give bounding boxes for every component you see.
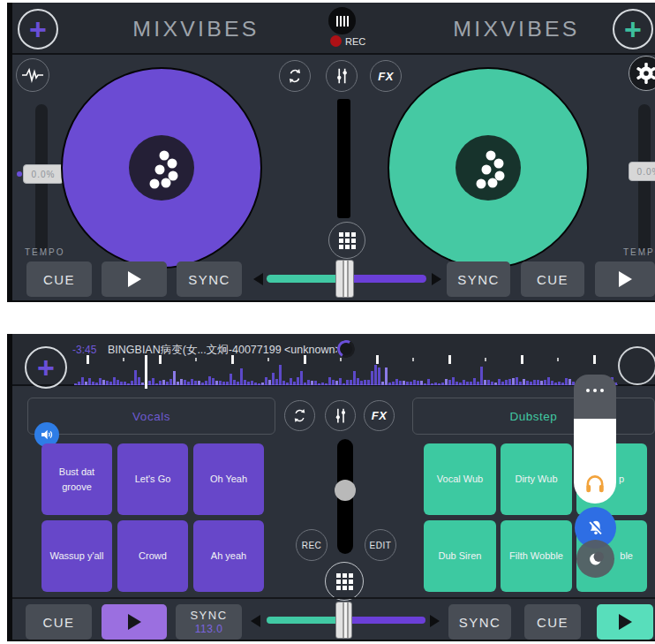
app-title-left: MIXVIBES bbox=[105, 18, 286, 42]
cue-button-sampler-left[interactable]: CUE bbox=[26, 604, 92, 640]
tempo-zero-dot-left bbox=[17, 171, 22, 177]
waveform-display[interactable] bbox=[74, 353, 618, 385]
bank-selector-left[interactable]: Vocals bbox=[27, 398, 275, 435]
overlay-panel[interactable] bbox=[574, 419, 616, 504]
sample-pad[interactable]: Let's Go bbox=[117, 443, 188, 515]
tempo-value-right: 0.0% bbox=[637, 167, 655, 177]
loop-icon bbox=[285, 66, 305, 86]
sample-pad[interactable]: Wassup y'all bbox=[41, 520, 112, 592]
rec-button[interactable]: REC bbox=[296, 529, 328, 561]
fx-label-top: FX bbox=[378, 70, 394, 83]
deck-platter-left[interactable] bbox=[61, 67, 262, 269]
pad-label: Bust dat groove bbox=[45, 465, 109, 494]
bank-name-right: Dubstep bbox=[510, 410, 558, 423]
cue-button-sampler-right[interactable]: CUE bbox=[524, 604, 581, 640]
play-icon bbox=[619, 271, 632, 287]
play-button-deck-left[interactable] bbox=[102, 261, 167, 297]
pad-label: Dirty Wub bbox=[515, 472, 557, 487]
sync-button-deck-right[interactable]: SYNC bbox=[447, 261, 510, 297]
sample-pad[interactable]: Vocal Wub bbox=[424, 443, 496, 515]
app-title-right: MIXVIBES bbox=[425, 18, 606, 42]
waveform-toggle-button[interactable] bbox=[16, 58, 49, 92]
transport-divider bbox=[12, 597, 655, 599]
pad-view-button-sampler[interactable] bbox=[325, 562, 364, 601]
overlay-more-handle[interactable] bbox=[574, 375, 616, 419]
sample-pad[interactable]: Dirty Wub bbox=[501, 443, 572, 515]
play-button-sampler-right[interactable] bbox=[597, 604, 653, 640]
tempo-handle-left[interactable]: 0.0% bbox=[23, 164, 64, 184]
bpm-value: 113.0 bbox=[195, 623, 223, 635]
sample-pad[interactable]: Dub Siren bbox=[424, 520, 496, 592]
grid-icon bbox=[336, 573, 353, 590]
platter-hub-right bbox=[455, 135, 521, 201]
deck-platter-right[interactable] bbox=[388, 67, 589, 269]
mixer-button-sampler[interactable] bbox=[325, 400, 356, 431]
edit-button[interactable]: EDIT bbox=[365, 529, 396, 561]
bank-name-left: Vocals bbox=[132, 410, 170, 423]
sync-button-sampler-right[interactable]: SYNC bbox=[448, 604, 511, 640]
bank-selector-right[interactable]: Dubstep bbox=[412, 398, 655, 435]
sample-pad[interactable]: Ah yeah bbox=[193, 520, 264, 592]
settings-button[interactable] bbox=[629, 56, 655, 91]
pad-label: ble bbox=[620, 549, 633, 564]
sample-pad[interactable]: Crowd bbox=[117, 520, 188, 592]
play-icon bbox=[619, 614, 632, 630]
rec-label: REC bbox=[345, 36, 365, 47]
pad-view-button-top[interactable] bbox=[328, 222, 365, 259]
bell-slash-icon bbox=[586, 519, 606, 538]
ellipsis-icon bbox=[586, 389, 604, 419]
fx-label-sampler: FX bbox=[372, 409, 388, 422]
play-icon bbox=[128, 614, 141, 630]
sync-label: SYNC bbox=[190, 609, 227, 623]
fx-button-sampler[interactable]: FX bbox=[364, 400, 395, 431]
volume-slider-top[interactable] bbox=[337, 99, 350, 218]
sample-pad[interactable]: Oh Yeah bbox=[193, 443, 264, 515]
sliders-icon bbox=[332, 66, 351, 86]
play-button-sampler-left[interactable] bbox=[102, 604, 167, 640]
pad-label: Oh Yeah bbox=[210, 472, 247, 487]
play-icon bbox=[128, 271, 141, 287]
fx-button-top[interactable]: FX bbox=[370, 60, 402, 92]
cue-button-deck-right[interactable]: CUE bbox=[521, 261, 584, 297]
cue-button-deck-left[interactable]: CUE bbox=[26, 261, 92, 297]
play-button-deck-right[interactable] bbox=[595, 261, 655, 297]
sliders-icon bbox=[331, 406, 350, 425]
record-indicator[interactable] bbox=[330, 35, 342, 47]
add-track-button-right[interactable]: + bbox=[613, 9, 653, 49]
tempo-handle-right[interactable]: 0.0% bbox=[629, 162, 655, 181]
pad-label: Crowd bbox=[139, 549, 167, 564]
mixvibes-dots-logo bbox=[455, 135, 521, 201]
mixvibes-dots-logo bbox=[129, 135, 194, 201]
plus-icon: + bbox=[37, 352, 55, 383]
loop-button-top[interactable] bbox=[279, 60, 311, 92]
mixer-button-top[interactable] bbox=[326, 60, 358, 92]
crossfader-arrow-right bbox=[432, 273, 441, 285]
sampler-panel: + -3:45 BINGBIAN病变(女...文炯-40077199 <unkn… bbox=[7, 334, 655, 641]
sample-pad[interactable]: Filth Wobble bbox=[501, 520, 572, 592]
plus-icon: + bbox=[29, 14, 47, 44]
crossfader-arrow-left bbox=[253, 273, 263, 285]
sync-button-sampler-left[interactable]: SYNC 113.0 bbox=[176, 604, 242, 640]
moon-icon bbox=[586, 549, 606, 569]
loop-icon bbox=[290, 406, 309, 425]
waveform-playhead bbox=[145, 355, 147, 389]
crossfader-handle-sampler[interactable] bbox=[335, 602, 352, 639]
sample-pad[interactable]: Bust dat groove bbox=[41, 443, 112, 515]
jog-circle[interactable] bbox=[618, 346, 655, 385]
loop-button-sampler[interactable] bbox=[284, 400, 315, 431]
gear-icon bbox=[635, 62, 655, 85]
sampler-volume-knob[interactable] bbox=[335, 480, 356, 501]
crossfader-handle-top[interactable] bbox=[335, 260, 354, 298]
edit-button-label: EDIT bbox=[370, 541, 392, 550]
add-track-button-sampler[interactable]: + bbox=[25, 346, 67, 389]
crossfader-arrow-left bbox=[251, 615, 260, 627]
sync-button-deck-left[interactable]: SYNC bbox=[177, 261, 242, 297]
mixvibes-app: + MIXVIBES REC MIXVIBES + 0.0% TEMPO bbox=[0, 0, 655, 644]
level-meter-button[interactable] bbox=[328, 7, 356, 34]
pad-label: Filth Wobble bbox=[509, 549, 563, 564]
pad-label: Ah yeah bbox=[211, 549, 246, 564]
deck-panel: + MIXVIBES REC MIXVIBES + 0.0% TEMPO bbox=[7, 3, 655, 302]
do-not-disturb-button[interactable] bbox=[576, 540, 614, 578]
pad-label: p bbox=[619, 472, 624, 487]
add-track-button-left[interactable]: + bbox=[18, 9, 58, 49]
